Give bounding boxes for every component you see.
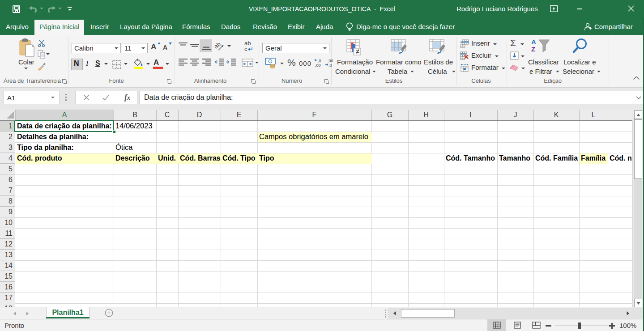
svg-text:,0: ,0 [328,63,332,68]
svg-text:,00: ,00 [315,63,321,68]
svg-text:,00: ,00 [328,59,333,63]
svg-text:,0: ,0 [318,59,321,63]
svg-text:c: c [244,46,247,52]
